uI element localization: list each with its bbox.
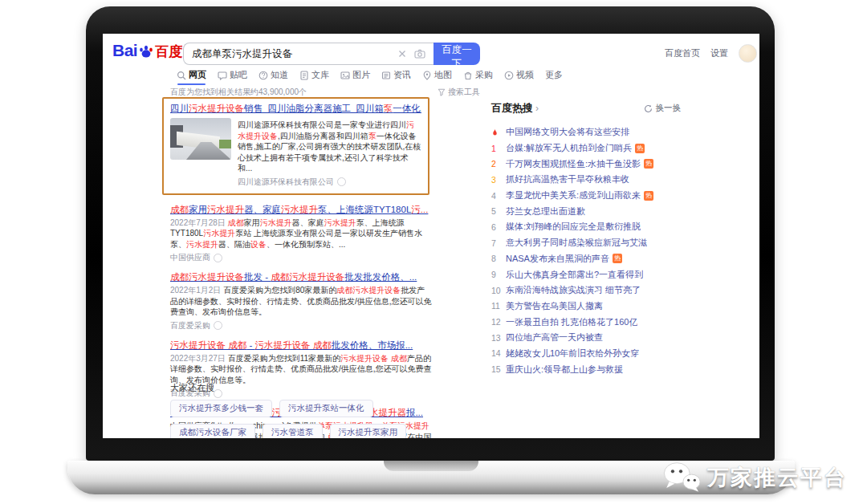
clear-icon[interactable] [398, 50, 406, 58]
tieba-icon [218, 71, 227, 80]
caigou-icon [463, 71, 473, 80]
hot-search-item[interactable]: 1台媒:解放军无人机拍到金门哨兵热 [491, 140, 681, 156]
hot-search-list: 中国网络文明大会将有这些安排1台媒:解放军无人机拍到金门哨兵热2千万网友围观抓怪… [491, 124, 681, 377]
hot-badge: 热 [635, 144, 645, 153]
tab-知道[interactable]: 知道 [258, 69, 288, 85]
related-chip[interactable]: 污水管道泵 [263, 424, 323, 438]
wechat-icon [661, 460, 702, 494]
hot-rank: 1 [491, 144, 503, 153]
hot-item-text: 台媒:解放军无人机拍到金门哨兵 [506, 142, 632, 154]
hot-search-item[interactable]: 5芬兰女总理出面道歉 [491, 203, 681, 219]
result-source-name: 中国供应商 [170, 252, 210, 263]
hot-item-text: 芬兰女总理出面道歉 [506, 205, 585, 217]
zhidao-icon [258, 71, 268, 80]
hot-search-item[interactable]: 8NASA发布来自黑洞的声音热 [491, 251, 681, 267]
feedback-icon[interactable] [337, 177, 346, 186]
hot-search-item[interactable]: 15重庆山火:领导都上山参与救援 [491, 361, 681, 377]
stats-bar: 百度为您找到相关结果约43,900,000个 搜索工具 [170, 87, 480, 98]
hot-search-item[interactable]: 中国网络文明大会将有这些安排 [491, 124, 681, 140]
hot-item-text: 千万网友围观抓怪鱼:水抽干鱼没影 [506, 158, 641, 170]
search-vertical-tabs: 网页贴吧知道文库图片资讯地图采购视频更多 [177, 69, 563, 85]
flame-icon [491, 128, 503, 137]
result-source[interactable]: 中国供应商 [170, 252, 432, 263]
hot-item-text: 中国网络文明大会将有这些安排 [506, 126, 629, 138]
hot-search-item[interactable]: 12一张最丑自拍 扎克伯格花了160亿 [491, 314, 681, 330]
tab-贴吧[interactable]: 贴吧 [218, 69, 247, 85]
laptop-screen-bezel: Bai 百度 成都单泵污水提升设备 [86, 6, 775, 461]
tab-网页[interactable]: 网页 [177, 69, 206, 85]
search-query-text: 成都单泵污水提升设备 [184, 47, 398, 61]
tab-采购[interactable]: 采购 [463, 69, 493, 85]
tab-文库[interactable]: 文库 [299, 69, 329, 85]
result-title[interactable]: 成都家用污水提升器、家庭污水提升泵、上海统源TYT180L污... [170, 203, 432, 216]
hot-item-text: 重庆山火:领导都上山参与救援 [506, 364, 623, 376]
user-avatar[interactable] [739, 44, 757, 63]
hot-rank: 11 [491, 301, 503, 311]
result-snippet: 2022年7月28日 成都家用污水提升器、家庭污水提升泵、上海统源TYT180L… [170, 217, 432, 250]
hot-search-item[interactable]: 10东南沿海特战旅实战演习 细节亮了 [491, 282, 681, 299]
page-background: Bai 百度 成都单泵污水提升设备 [0, 0, 867, 504]
hot-item-text: 一张最丑自拍 扎克伯格花了160亿 [506, 316, 637, 328]
result-thumbnail[interactable] [170, 118, 231, 160]
hot-search-item[interactable]: 7意大利男子同时感染猴痘新冠与艾滋 [491, 235, 681, 251]
hot-rank: 14 [491, 348, 503, 358]
result-text-block: 2022年7月28日 成都家用污水提升器、家庭污水提升泵、上海统源TYT180L… [170, 217, 432, 264]
result-source[interactable]: 四川途源环保科技有限公司 [238, 177, 421, 188]
hot-search-item[interactable]: 11美方警告在乌美国人撤离 [491, 299, 681, 315]
search-button[interactable]: 百度一下 [434, 43, 480, 65]
hot-badge: 热 [644, 159, 653, 169]
tab-label: 更多 [545, 69, 563, 81]
related-chip-list: 污水提升泵多少钱一套污水提升泵站一体化成都污水设备厂家污水管道泵污水提升泵家用污… [170, 400, 464, 438]
hot-search-item[interactable]: 9乐山大佛真身全部露出?一直看得到 [491, 266, 681, 282]
result-snippet: 2022年1月2日 百度爱采购为您找到80家最新的成都污水提升设备批发产品的详细… [170, 285, 432, 318]
tab-资讯[interactable]: 资讯 [381, 69, 411, 85]
related-chip[interactable]: 污水提升泵家用 [330, 424, 407, 438]
tab-地图[interactable]: 地图 [422, 69, 452, 85]
hot-search-item[interactable]: 4李显龙忧中美关系:感觉到山雨欲来热 [491, 188, 681, 204]
hot-rank: 3 [491, 175, 503, 185]
hot-search-title[interactable]: 百度热搜 [491, 101, 533, 116]
filter-icon [438, 88, 446, 96]
hot-rank: 7 [491, 238, 503, 248]
result-body: 2022年7月28日 成都家用污水提升器、家庭污水提升泵、上海统源TYT180L… [170, 217, 432, 264]
related-searches-title: 大家还在搜 [170, 382, 464, 394]
related-chip[interactable]: 成都污水设备厂家 [170, 424, 255, 438]
hot-rank: 15 [491, 364, 503, 374]
feedback-icon[interactable] [214, 321, 222, 330]
search-input[interactable]: 成都单泵污水提升设备 [183, 43, 434, 65]
feedback-icon[interactable] [214, 254, 222, 262]
result-title[interactable]: 污水提升设备 成都 - 污水提升设备 成都批发价格、市场报... [170, 339, 432, 352]
watermark: 万家推云平台 [661, 460, 847, 494]
settings-link[interactable]: 设置 [710, 47, 728, 59]
hot-rank: 13 [491, 333, 503, 343]
search-result-3: 成都污水提升设备批发 - 成都污水提升设备批发批发价格、...2022年1月2日… [170, 270, 432, 331]
tab-更多[interactable]: 更多 [545, 69, 563, 85]
hot-rank: 12 [491, 317, 503, 327]
baidu-logo[interactable]: Bai 百度 [112, 41, 182, 61]
camera-icon[interactable] [414, 49, 425, 59]
tab-label: 地图 [434, 69, 452, 81]
result-title[interactable]: 成都污水提升设备批发 - 成都污水提升设备批发批发价格、... [170, 270, 432, 283]
wenku-icon [299, 71, 309, 80]
result-title[interactable]: 四川污水提升设备销售_四川油脂分离器施工_四川箱泵一体化... [170, 102, 421, 115]
hot-search-item[interactable]: 13四位地产高管一天内被查 [491, 330, 681, 346]
hot-search-item[interactable]: 2千万网友围观抓怪鱼:水抽干鱼没影热 [491, 156, 681, 172]
hot-search-item[interactable]: 14姥姥改女儿10年前旧衣给外孙女穿 [491, 346, 681, 362]
hot-search-item[interactable]: 3抓好抗高温热害干旱夺秋粮丰收 [491, 172, 681, 188]
result-source[interactable]: 百度爱采购 [170, 320, 432, 331]
result-body: 四川途源环保科技有限公司是一家专业进行四川污水提升设备,四川油脂分离器和四川箱泵… [170, 118, 421, 188]
baidu-home-link[interactable]: 百度首页 [665, 47, 700, 59]
tab-label: 文库 [311, 69, 329, 81]
thumb-grass [219, 140, 231, 148]
hot-search-item[interactable]: 6媒体:刘翔峰的回应完全是敷衍推脱 [491, 219, 681, 235]
refresh-button[interactable]: 换一换 [644, 103, 682, 114]
hot-item-text: 抓好抗高温热害干旱夺秋粮丰收 [506, 173, 629, 185]
search-tools-button[interactable]: 搜索工具 [438, 87, 480, 98]
tab-视频[interactable]: 视频 [504, 69, 534, 85]
related-chip[interactable]: 污水提升泵多少钱一套 [170, 400, 272, 417]
hot-rank: 10 [491, 286, 503, 295]
watermark-text: 万家推云平台 [707, 463, 847, 492]
tab-图片[interactable]: 图片 [340, 69, 370, 85]
hot-badge: 热 [613, 254, 622, 263]
related-chip[interactable]: 污水提升泵站一体化 [279, 400, 373, 417]
